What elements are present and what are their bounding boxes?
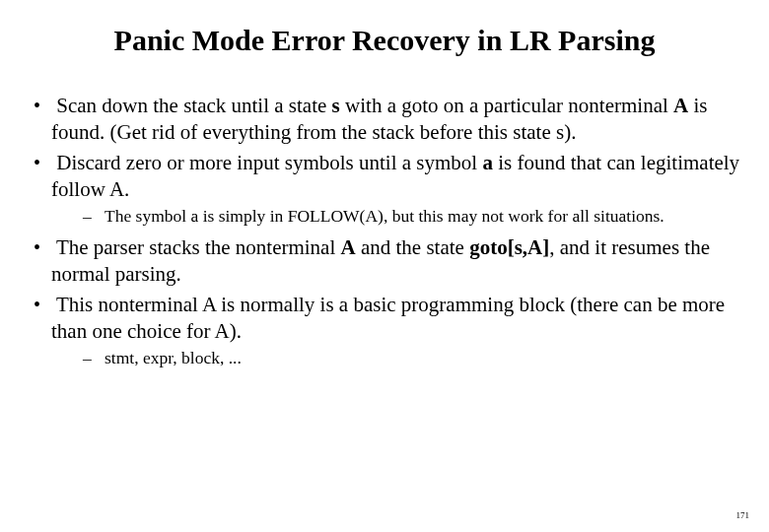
text: with a goto on a particular nonterminal (340, 94, 673, 117)
sub-bullet-item: stmt, expr, block, ... (51, 347, 741, 369)
symbol-a: a (482, 151, 493, 174)
slide-title: Panic Mode Error Recovery in LR Parsing (28, 24, 741, 57)
bullet-item: Discard zero or more input symbols until… (28, 150, 741, 228)
nonterminal-A: A (673, 94, 688, 117)
text: Discard zero or more input symbols until… (56, 151, 482, 174)
text: The parser stacks the nonterminal (56, 235, 341, 259)
text: This nonterminal A is normally is a basi… (51, 293, 725, 343)
bullet-item: The parser stacks the nonterminal A and … (28, 234, 741, 288)
text: Scan down the stack until a state (56, 94, 331, 117)
page-number: 171 (736, 510, 750, 520)
text: stmt, expr, block, ... (105, 348, 242, 367)
bullet-item: This nonterminal A is normally is a basi… (28, 292, 741, 369)
sub-bullet-list: stmt, expr, block, ... (51, 347, 741, 369)
state-s: s (332, 94, 340, 117)
nonterminal-A: A (341, 235, 356, 259)
goto-state: goto[s,A] (469, 235, 549, 259)
sub-bullet-list: The symbol a is simply in FOLLOW(A), but… (51, 205, 741, 228)
text: and the state (356, 235, 469, 259)
text: The symbol a is simply in FOLLOW(A), but… (105, 206, 664, 226)
bullet-list: Scan down the stack until a state s with… (28, 93, 741, 369)
sub-bullet-item: The symbol a is simply in FOLLOW(A), but… (51, 205, 741, 228)
slide: Panic Mode Error Recovery in LR Parsing … (0, 0, 769, 532)
bullet-item: Scan down the stack until a state s with… (28, 93, 741, 146)
